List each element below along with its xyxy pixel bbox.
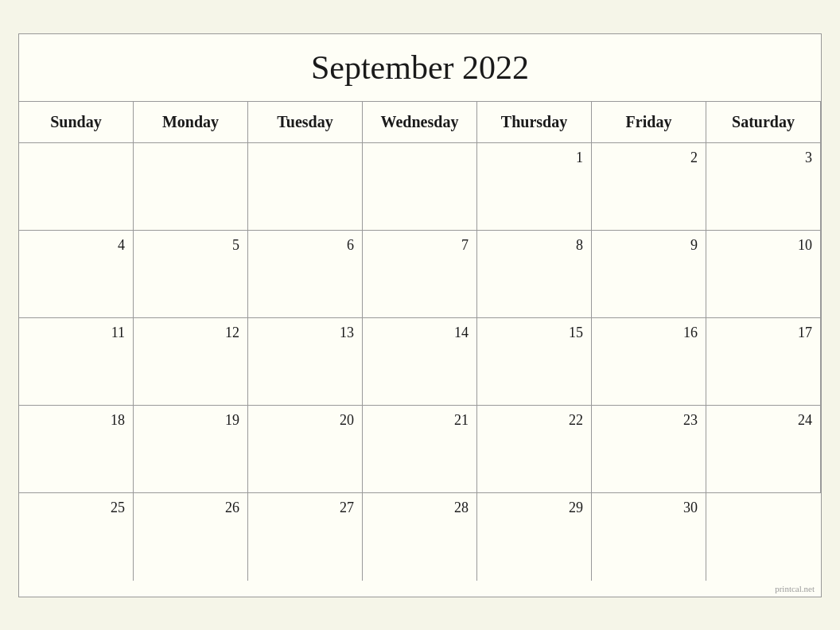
- day-cell-11: 11: [19, 318, 134, 406]
- day-number: 20: [340, 412, 354, 429]
- day-cell-4: 4: [19, 231, 134, 318]
- day-cell-18: 18: [19, 406, 134, 493]
- calendar-grid: Sunday Monday Tuesday Wednesday Thursday…: [19, 102, 821, 581]
- day-number: 3: [805, 150, 812, 166]
- day-cell-7: 7: [363, 231, 477, 318]
- day-cell-5: 5: [134, 231, 248, 318]
- day-number: 30: [683, 500, 698, 516]
- day-number: 18: [111, 412, 125, 429]
- day-cell: [363, 143, 477, 231]
- day-cell-10: 10: [706, 231, 821, 318]
- day-cell-8: 8: [477, 231, 592, 318]
- day-number: 13: [340, 325, 354, 341]
- day-number: 10: [798, 237, 812, 254]
- day-cell-30: 30: [592, 493, 706, 581]
- day-number: 28: [454, 500, 469, 516]
- day-number: 26: [225, 500, 239, 516]
- day-number: 9: [690, 237, 698, 254]
- day-cell-25: 25: [19, 493, 134, 581]
- day-cell-22: 22: [477, 406, 592, 493]
- day-cell-23: 23: [592, 406, 706, 493]
- day-number: 11: [111, 325, 125, 341]
- day-cell: [19, 143, 134, 231]
- day-number: 8: [576, 237, 583, 254]
- day-number: 23: [683, 412, 698, 429]
- day-number: 24: [798, 412, 812, 429]
- day-number: 29: [569, 500, 583, 516]
- day-cell-3: 3: [706, 143, 821, 231]
- header-monday: Monday: [134, 102, 248, 143]
- header-sunday: Sunday: [19, 102, 134, 143]
- day-number: 16: [683, 325, 698, 341]
- day-number: 1: [576, 150, 583, 166]
- day-number: 6: [347, 237, 354, 254]
- header-tuesday: Tuesday: [248, 102, 363, 143]
- header-wednesday: Wednesday: [363, 102, 477, 143]
- day-number: 7: [461, 237, 469, 254]
- day-number: 4: [118, 237, 125, 254]
- day-cell-20: 20: [248, 406, 363, 493]
- header-saturday: Saturday: [706, 102, 821, 143]
- day-number: 27: [340, 500, 354, 516]
- day-cell-27: 27: [248, 493, 363, 581]
- calendar: September 2022 Sunday Monday Tuesday Wed…: [18, 33, 822, 597]
- day-cell-17: 17: [706, 318, 821, 406]
- day-cell-19: 19: [134, 406, 248, 493]
- day-cell-21: 21: [363, 406, 477, 493]
- day-cell-28: 28: [363, 493, 477, 581]
- header-thursday: Thursday: [477, 102, 592, 143]
- day-cell-24: 24: [706, 406, 821, 493]
- day-cell-14: 14: [363, 318, 477, 406]
- day-number: 21: [454, 412, 469, 429]
- day-number: 25: [111, 500, 125, 516]
- day-cell-15: 15: [477, 318, 592, 406]
- day-cell-13: 13: [248, 318, 363, 406]
- day-number: 12: [225, 325, 239, 341]
- calendar-title: September 2022: [19, 34, 821, 102]
- day-cell-26: 26: [134, 493, 248, 581]
- day-cell-6: 6: [248, 231, 363, 318]
- day-cell-9: 9: [592, 231, 706, 318]
- day-cell-29: 29: [477, 493, 592, 581]
- day-cell-1: 1: [477, 143, 592, 231]
- day-cell-12: 12: [134, 318, 248, 406]
- watermark: printcal.net: [19, 581, 821, 597]
- day-number: 15: [569, 325, 583, 341]
- day-number: 2: [690, 150, 698, 166]
- day-cell: [134, 143, 248, 231]
- day-number: 17: [798, 325, 812, 341]
- header-friday: Friday: [592, 102, 706, 143]
- day-number: 19: [225, 412, 239, 429]
- day-cell-2: 2: [592, 143, 706, 231]
- day-cell: [248, 143, 363, 231]
- day-cell-16: 16: [592, 318, 706, 406]
- day-number: 5: [232, 237, 239, 254]
- day-cell-empty: [706, 493, 821, 581]
- day-number: 22: [569, 412, 583, 429]
- day-number: 14: [454, 325, 469, 341]
